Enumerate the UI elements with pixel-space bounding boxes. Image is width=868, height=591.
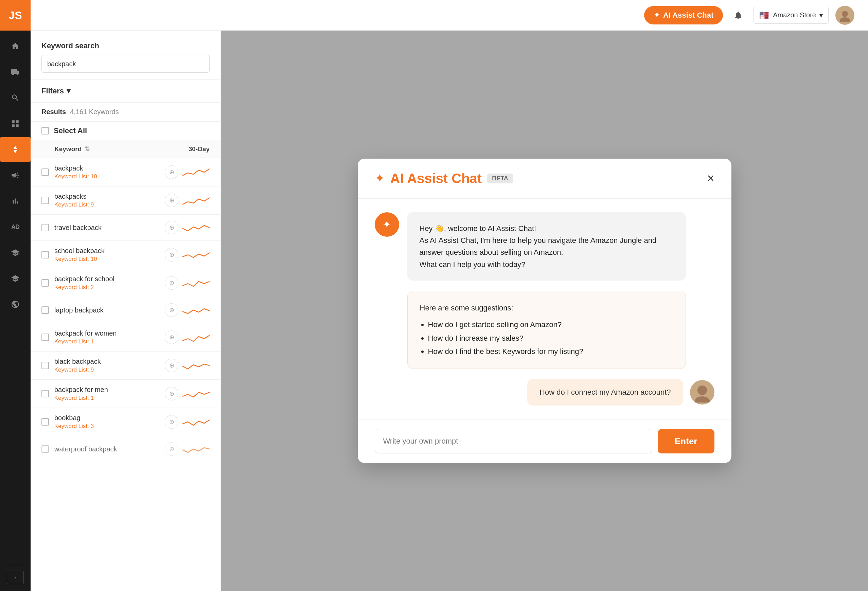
list-item[interactable]: How do I get started selling on Amazon? [428,318,673,332]
app-container: JS AD [0,0,868,591]
row-checkbox[interactable] [41,445,49,453]
sparkline-chart [182,277,210,289]
results-label: Results [41,108,66,116]
chevron-down-icon: ▾ [66,87,70,96]
row-checkbox[interactable] [41,333,49,341]
sparkline-chart [182,331,210,343]
keyword-name: backpack for men [55,386,165,394]
keyword-add-button[interactable]: ⊕ [165,359,179,372]
bot-message: ✦ Hey 👋, welcome to AI Assist Chat! As A… [375,212,714,280]
keyword-add-button[interactable]: ⊕ [165,387,179,401]
keyword-list-tag: Keyword List: 3 [55,423,165,430]
flag-icon: 🇺🇸 [759,10,769,20]
sidebar-item-products[interactable] [0,60,31,84]
sidebar-expand-button[interactable]: › [7,570,24,584]
row-checkbox[interactable] [41,418,49,426]
row-checkbox[interactable] [41,279,49,287]
keyword-info: backpack for men Keyword List: 1 [55,386,165,401]
keyword-list-tag: Keyword List: 1 [55,338,165,345]
sparkle-icon: ✦ [654,11,660,20]
sidebar-item-search[interactable] [0,85,31,110]
sidebar-item-ads[interactable]: AD [0,215,31,239]
sidebar-divider [9,565,22,565]
sparkline-chart [182,221,210,234]
row-checkbox[interactable] [41,168,49,176]
filters-label: Filters [41,87,64,96]
keyword-add-button[interactable]: ⊕ [165,221,179,234]
sidebar-item-academy[interactable] [0,266,31,291]
enter-button[interactable]: Enter [658,429,714,454]
app-logo: JS [0,0,31,31]
row-checkbox[interactable] [41,224,49,231]
keyword-list-tag: Keyword List: 9 [55,367,165,373]
sparkline-chart [182,166,210,178]
keyword-list-tag: Keyword List: 10 [55,173,165,180]
keyword-info: black backpack Keyword List: 9 [55,358,165,373]
keyword-name: backpack [55,164,165,172]
list-item[interactable]: How do I find the best Keywords for my l… [428,345,673,358]
keyword-list-tag: Keyword List: 2 [55,284,165,291]
keyword-name: laptop backpack [55,307,165,314]
table-row: backpacks Keyword List: 9 ⊕ [31,186,220,215]
sparkline-chart [182,304,210,316]
notification-bell[interactable] [730,7,747,24]
sidebar-item-tools[interactable] [0,137,31,162]
keyword-add-button[interactable]: ⊕ [165,194,179,207]
keyword-info: school backpack Keyword List: 10 [55,247,165,262]
bot-bubble: Hey 👋, welcome to AI Assist Chat! As AI … [407,212,686,280]
modal-footer: Enter [358,419,731,463]
prompt-input[interactable] [375,429,652,454]
row-checkbox[interactable] [41,197,49,204]
keyword-info: travel backpack [55,224,165,231]
store-selector[interactable]: 🇺🇸 Amazon Store ▾ [753,7,828,24]
keyword-add-button[interactable]: ⊕ [165,330,179,344]
page-body: Keyword search Filters ▾ Results 4,161 K… [31,31,868,591]
filters-button[interactable]: Filters ▾ [41,87,70,96]
list-item[interactable]: How do I increase my sales? [428,332,673,345]
user-bubble: How do I connect my Amazon account? [527,379,683,405]
keyword-add-button[interactable]: ⊕ [165,165,179,179]
keyword-info: backpack for school Keyword List: 2 [55,275,165,291]
row-checkbox[interactable] [41,307,49,314]
sidebar-item-grid[interactable] [0,111,31,136]
row-checkbox[interactable] [41,251,49,258]
keyword-search-input[interactable] [41,55,210,73]
keyword-add-button[interactable]: ⊕ [165,276,179,290]
user-avatar[interactable] [836,6,855,25]
sparkline-chart [182,194,210,206]
sidebar-item-globe[interactable] [0,292,31,317]
modal-close-button[interactable]: × [707,172,714,184]
sidebar-item-courses[interactable] [0,240,31,265]
sidebar-item-campaigns[interactable] [0,163,31,187]
sidebar-item-analytics[interactable] [0,189,31,213]
keyword-list-tag: Keyword List: 10 [55,256,165,262]
keyword-name: backpack for school [55,275,165,283]
keyword-info: backpacks Keyword List: 9 [55,193,165,208]
ai-assist-button[interactable]: ✦ AI Assist Chat [644,6,723,25]
sidebar-item-home[interactable] [0,34,31,58]
keyword-add-button[interactable]: ⊕ [165,303,179,317]
keyword-add-button[interactable]: ⊕ [165,248,179,262]
svg-point-3 [695,396,710,402]
keyword-add-button[interactable]: ⊕ [165,415,179,429]
table-row: laptop backpack ⊕ [31,297,220,323]
ai-assist-label: AI Assist Chat [663,11,713,20]
select-all-label: Select All [54,126,87,135]
right-area: ✦ AI Assist Chat BETA × ✦ [221,31,868,591]
row-checkbox[interactable] [41,362,49,369]
select-all-checkbox[interactable] [41,127,49,134]
keyword-info: backpack Keyword List: 10 [55,164,165,180]
modal-header: ✦ AI Assist Chat BETA × [358,159,731,199]
row-checkbox[interactable] [41,390,49,397]
table-row: backpack for school Keyword List: 2 ⊕ [31,269,220,297]
keyword-name: travel backpack [55,224,165,231]
table-row: waterproof backpack ⊕ [31,436,220,462]
keyword-add-button[interactable]: ⊕ [165,442,179,456]
col-keyword[interactable]: Keyword ⇅ [55,145,169,153]
modal-title-group: ✦ AI Assist Chat BETA [375,171,513,186]
svg-point-0 [842,11,848,17]
keyword-info: backpack for women Keyword List: 1 [55,329,165,345]
topbar: ✦ AI Assist Chat 🇺🇸 Amazon Store ▾ [31,0,868,31]
sparkline-chart [182,443,210,455]
sparkline-chart [182,416,210,428]
